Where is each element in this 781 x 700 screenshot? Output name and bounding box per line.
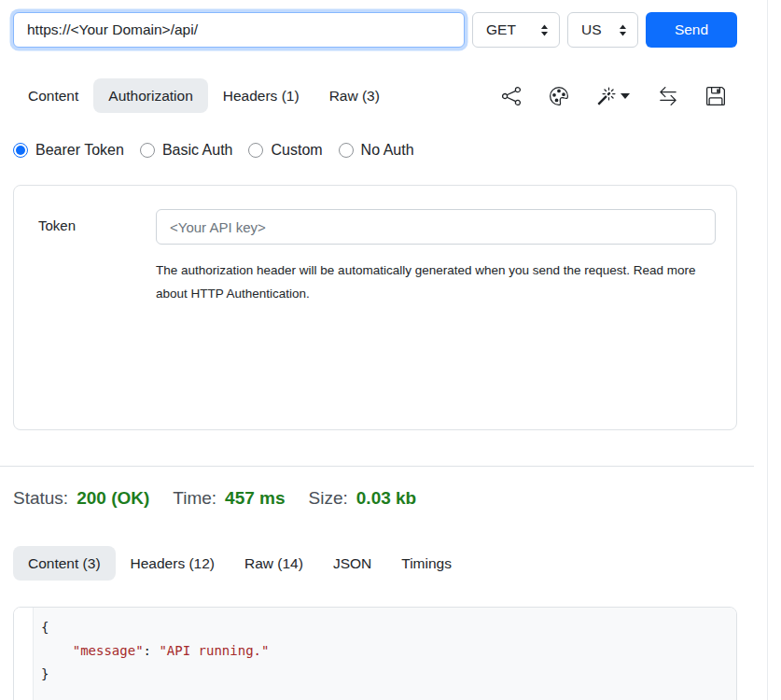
response-json-code: { "message": "API running."}: [41, 616, 727, 686]
radio-label: No Auth: [361, 142, 414, 159]
tab-response-raw[interactable]: Raw (14): [230, 546, 318, 581]
radio-basic-auth[interactable]: Basic Auth: [140, 142, 233, 159]
radio-no-auth[interactable]: No Auth: [339, 142, 414, 159]
status-label: Status:: [13, 486, 68, 511]
time-label: Time:: [173, 486, 216, 511]
response-body-panel: { "message": "API running."}: [13, 607, 737, 700]
swap-arrows-icon[interactable]: [659, 87, 677, 105]
request-tabs: Content Authorization Headers (1) Raw (3…: [13, 78, 737, 113]
tab-content[interactable]: Content: [13, 78, 93, 113]
method-select-value: GET: [486, 21, 516, 38]
url-input[interactable]: [13, 12, 465, 48]
code-close-brace: }: [41, 666, 49, 681]
bearer-token-panel: Token The authorization header will be a…: [13, 185, 737, 430]
size-value: 0.03 kb: [356, 486, 416, 511]
radio-selected-icon: [13, 143, 28, 158]
radio-icon: [248, 143, 263, 158]
region-select[interactable]: US: [567, 12, 638, 48]
select-arrows-icon: [540, 24, 549, 36]
radio-label: Bearer Token: [35, 142, 124, 159]
save-icon[interactable]: [706, 87, 725, 105]
time-value: 457 ms: [225, 486, 285, 511]
select-arrows-icon: [619, 24, 627, 36]
token-field: The authorization header will be automat…: [156, 209, 716, 429]
chevron-down-icon: [621, 93, 630, 99]
tab-raw[interactable]: Raw (3): [314, 78, 395, 113]
send-button[interactable]: Send: [646, 12, 737, 48]
radio-icon: [339, 143, 354, 158]
code-separator: :: [144, 643, 160, 658]
code-value: "API running.": [159, 643, 269, 658]
code-open-brace: {: [41, 620, 49, 635]
request-bar: GET US Send: [13, 12, 737, 48]
time-group: Time: 457 ms: [173, 486, 285, 511]
region-select-value: US: [581, 21, 602, 38]
section-divider: [0, 466, 754, 467]
radio-custom[interactable]: Custom: [248, 142, 322, 159]
tab-headers[interactable]: Headers (1): [208, 78, 314, 113]
radio-label: Basic Auth: [162, 142, 233, 159]
magic-wand-icon[interactable]: [597, 87, 630, 105]
radio-label: Custom: [271, 142, 322, 159]
code-key: "message": [73, 643, 144, 658]
response-summary: Status: 200 (OK) Time: 457 ms Size: 0.03…: [13, 486, 737, 511]
response-tabs: Content (3) Headers (12) Raw (14) JSON T…: [13, 546, 737, 581]
size-group: Size: 0.03 kb: [309, 486, 417, 511]
code-indent: [41, 643, 73, 658]
auth-type-options: Bearer Token Basic Auth Custom No Auth: [13, 142, 737, 159]
toolbar: [502, 87, 737, 105]
tab-response-timings[interactable]: Timings: [386, 546, 467, 581]
code-gutter: [14, 608, 33, 700]
token-label: Token: [38, 209, 156, 429]
palette-icon[interactable]: [550, 87, 568, 105]
main-content: GET US Send Content Authorization Header…: [13, 0, 737, 700]
radio-bearer-token[interactable]: Bearer Token: [13, 142, 124, 159]
status-group: Status: 200 (OK): [13, 486, 149, 511]
code-area: { "message": "API running."}: [33, 608, 736, 700]
share-icon[interactable]: [502, 87, 521, 105]
tab-response-headers[interactable]: Headers (12): [116, 546, 230, 581]
tab-authorization[interactable]: Authorization: [93, 78, 207, 113]
auth-help-text: The authorization header will be automat…: [156, 259, 697, 305]
status-value: 200 (OK): [77, 486, 149, 511]
radio-icon: [140, 143, 155, 158]
token-input[interactable]: [156, 209, 716, 245]
method-select[interactable]: GET: [472, 12, 560, 48]
page-edge-divider: [767, 0, 768, 700]
tab-response-json[interactable]: JSON: [318, 546, 386, 581]
size-label: Size:: [309, 486, 348, 511]
tab-response-content[interactable]: Content (3): [13, 546, 116, 581]
